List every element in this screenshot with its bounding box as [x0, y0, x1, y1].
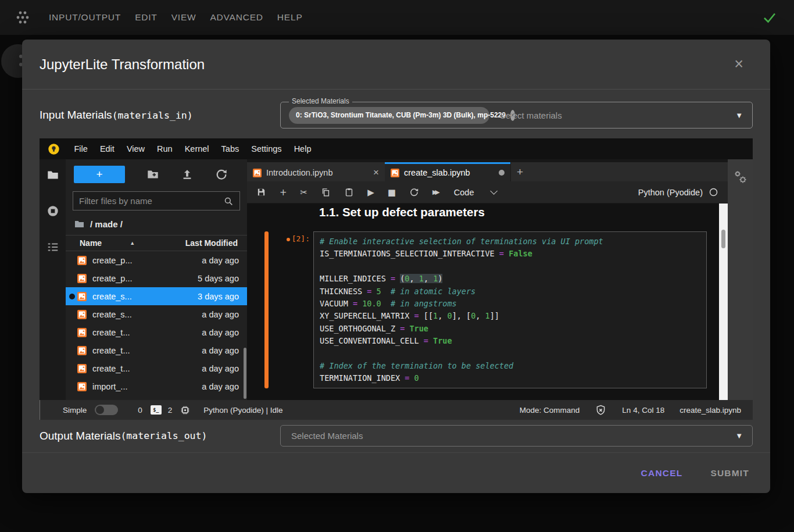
select-materials-placeholder: Select materials [500, 110, 562, 120]
jupyter-menu-help[interactable]: Help [288, 144, 317, 153]
file-row[interactable]: create_t...a day ago [66, 359, 247, 377]
jupyter-menu-tabs[interactable]: Tabs [215, 144, 245, 153]
stop-icon[interactable]: ■ [388, 187, 396, 198]
breadcrumb-path: / made / [90, 219, 123, 229]
paste-icon[interactable] [344, 187, 354, 197]
file-row[interactable]: create_p...5 days ago [66, 269, 247, 287]
new-tab-button[interactable]: + [510, 162, 529, 181]
submit-button[interactable]: SUBMIT [710, 468, 749, 479]
new-launcher-button[interactable]: + [74, 166, 125, 183]
tab-close-icon[interactable]: × [373, 167, 379, 178]
close-icon[interactable]: × [725, 56, 753, 72]
file-filter-input[interactable] [79, 196, 223, 206]
active-cell-indicator[interactable] [264, 231, 269, 388]
file-row[interactable]: create_t...a day ago [66, 341, 247, 359]
notebook-file-icon [77, 274, 87, 283]
output-materials-select[interactable]: Selected Materials ▼ [280, 425, 753, 447]
file-row[interactable]: import_...a day ago [66, 377, 247, 395]
file-modified: a day ago [202, 256, 239, 265]
selected-materials-select[interactable]: Selected Materials 0: SrTiO3, Strontium … [280, 102, 753, 128]
code-cell-editor[interactable]: # Enable interactive selection of termin… [313, 231, 707, 388]
run-icon[interactable]: ▶ [367, 187, 374, 198]
running-kernels-icon[interactable] [47, 205, 59, 217]
material-chip[interactable]: 0: SrTiO3, Strontium Titanate, CUB (Pm-3… [289, 107, 489, 124]
file-row[interactable]: create_s...a day ago [66, 305, 247, 323]
jupyter-menu-view[interactable]: View [120, 144, 151, 153]
app-menu-edit[interactable]: EDIT [135, 12, 158, 23]
jupyterlite-transformation-dialog: JupyterLite Transformation × Input Mater… [22, 40, 770, 493]
notebook-content: 1.1. Set up defect parameters [2]: # Ena… [247, 203, 728, 400]
copy-icon[interactable] [321, 187, 331, 197]
kernel-name-button[interactable]: Python (Pyodide) [638, 187, 718, 197]
open-file-dot [69, 258, 75, 263]
shield-x-icon[interactable] [595, 404, 607, 416]
file-browser-icon[interactable] [47, 169, 59, 181]
dropdown-arrow-icon[interactable]: ▼ [735, 431, 743, 440]
kernel-status-text[interactable]: Python (Pyodide) | Idle [203, 406, 282, 415]
tab-create-slab[interactable]: create_slab.ipynb [385, 162, 510, 181]
screen: INPUT/OUTPUTEDITVIEWADVANCEDHELP Jupyter… [0, 0, 794, 532]
file-list: create_p...a day agocreate_p...5 days ag… [66, 251, 247, 395]
kernel-status-icon [709, 187, 718, 197]
restart-kernel-icon[interactable] [409, 187, 419, 197]
notebook-area: Introduction.ipynb × create_slab.ipynb + [247, 159, 728, 400]
kernel-chip-icon[interactable] [180, 405, 191, 416]
command-mode-indicator[interactable]: Mode: Command [520, 406, 580, 415]
notebook-file-icon [77, 346, 87, 355]
sort-ascending-icon[interactable]: ▲ [130, 240, 135, 246]
app-menu-advanced[interactable]: ADVANCED [210, 12, 263, 23]
app-grid-icon[interactable] [14, 10, 31, 25]
app-menu-help[interactable]: HELP [277, 12, 303, 23]
simple-mode-toggle[interactable] [95, 405, 118, 415]
app-menu-input-output[interactable]: INPUT/OUTPUT [49, 12, 121, 23]
jupyter-menu-file[interactable]: File [68, 144, 94, 153]
file-modified: a day ago [202, 328, 239, 337]
new-folder-icon[interactable] [146, 168, 159, 181]
terminal-icon[interactable]: $_ [151, 405, 162, 415]
jupyter-menu-settings[interactable]: Settings [245, 144, 288, 153]
cell-type-dropdown[interactable]: Code [454, 188, 496, 197]
modified-column-header[interactable]: Last Modified [185, 238, 238, 248]
cursor-position: Ln 4, Col 18 [622, 406, 664, 415]
search-icon [223, 196, 234, 206]
open-file-dot [69, 294, 75, 299]
tab-introduction[interactable]: Introduction.ipynb × [247, 162, 385, 181]
active-file-name: create_slab.ipynb [679, 406, 741, 415]
table-of-contents-icon[interactable] [47, 241, 59, 253]
property-inspector-gear-icon[interactable] [733, 170, 748, 185]
save-icon[interactable] [256, 187, 266, 197]
breadcrumb[interactable]: / made / [66, 210, 247, 235]
right-sidebar [728, 159, 753, 400]
file-modified: a day ago [202, 382, 239, 391]
file-name: create_p... [92, 256, 133, 265]
file-name: create_t... [92, 346, 130, 355]
dropdown-arrow-icon[interactable]: ▼ [735, 111, 743, 120]
jupyter-menu-run[interactable]: Run [151, 144, 179, 153]
dialog-footer: CANCEL SUBMIT [22, 452, 770, 493]
refresh-icon[interactable] [215, 168, 228, 181]
check-icon[interactable] [761, 9, 778, 26]
file-list-scrollbar[interactable] [244, 348, 246, 399]
dialog-title: JupyterLite Transformation [40, 56, 205, 73]
status-bar: Simple 0 $_ 2 Python (Pyodide) | Idle [40, 400, 753, 420]
insert-cell-icon[interactable]: + [280, 187, 287, 198]
jupyter-menu-kernel[interactable]: Kernel [178, 144, 215, 153]
material-chip-label: 0: SrTiO3, Strontium Titanate, CUB (Pm-3… [296, 111, 506, 119]
file-modified: a day ago [202, 310, 239, 319]
file-row[interactable]: create_p...a day ago [66, 251, 247, 269]
file-row[interactable]: create_s...3 days ago [66, 287, 247, 305]
file-row[interactable]: create_t...a day ago [66, 323, 247, 341]
chevron-down-icon [491, 187, 498, 195]
output-select-label: Selected Materials [291, 431, 363, 441]
upload-icon[interactable] [181, 168, 194, 181]
dialog-body: Input Materials (materials_in) Selected … [22, 90, 770, 452]
jupyter-menu-edit[interactable]: Edit [94, 144, 120, 153]
name-column-header[interactable]: Name [80, 238, 102, 248]
restart-run-all-icon[interactable]: ▶▶ [432, 188, 438, 196]
notebook-scrollbar[interactable] [719, 203, 728, 400]
cancel-button[interactable]: CANCEL [641, 468, 683, 479]
jupyterlite-panel: FileEditViewRunKernelTabsSettingsHelp [40, 138, 753, 420]
app-menu-view[interactable]: VIEW [171, 12, 196, 23]
cut-icon[interactable]: ✂ [301, 187, 308, 198]
notebook-file-icon [253, 169, 262, 177]
